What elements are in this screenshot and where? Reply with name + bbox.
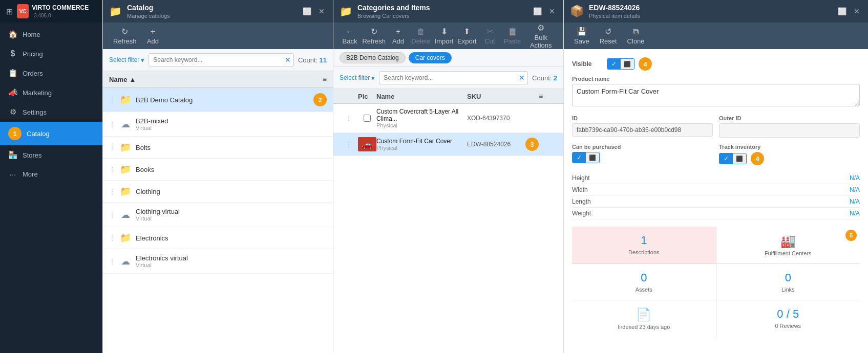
categories-import-button[interactable]: ⬇ Import (434, 25, 455, 47)
list-item[interactable]: ⋮ 📁 Clothing (103, 181, 333, 203)
assets-widget[interactable]: 0 Assets (572, 264, 716, 300)
track-inventory-toggle[interactable]: ✓ ⬛ (719, 153, 747, 164)
catalog-refresh-button[interactable]: ↻ Refresh (109, 25, 141, 47)
catalog-maximize-button[interactable]: ⬜ (301, 6, 313, 16)
catalog-add-button[interactable]: + Add (143, 25, 163, 47)
visible-toggle[interactable]: ✓ ⬛ (607, 58, 634, 70)
catalog-col-header: Name ▲ ≡ (103, 71, 333, 88)
categories-delete-button[interactable]: 🗑 Delete (411, 25, 432, 47)
item-sku: EDW-88524026 (467, 141, 511, 148)
catalog-panel-titlebar: 📁 Catalog Manage catalogs ⬜ ✕ (103, 0, 333, 23)
row-checkbox[interactable] (358, 115, 376, 122)
categories-cut-button[interactable]: ✂ Cut (480, 25, 500, 47)
add-icon: + (151, 27, 155, 36)
categories-add-button[interactable]: + Add (388, 25, 409, 47)
list-item[interactable]: ⋮ 📁 Electronics (103, 227, 333, 249)
catalog-close-button[interactable]: ✕ (316, 6, 327, 16)
toggle-slider[interactable]: ⬛ (621, 59, 634, 69)
categories-maximize-button[interactable]: ⬜ (531, 6, 544, 16)
sidebar-item-pricing[interactable]: $ Pricing (0, 44, 102, 63)
detail-save-button[interactable]: 💾 Save (570, 25, 594, 47)
sidebar-header: ⊞ VC VIRTO COMMERCE 3.406.0 (0, 0, 102, 23)
fulfillment-centers-widget[interactable]: 🏭 Fulfillment Centers 5 (716, 227, 860, 263)
categories-export-button[interactable]: ⬆ Export (456, 25, 477, 47)
add-icon: + (396, 27, 400, 36)
fulfillment-icon: 🏭 (780, 234, 796, 248)
can-be-purchased-toggle[interactable]: ✓ ⬛ (572, 152, 600, 163)
drag-handle-icon: ⋮ (109, 166, 115, 173)
cloud-icon: ☁ (119, 256, 132, 267)
product-name-input[interactable]: Custom Form-Fit Car Cover (572, 84, 860, 106)
categories-paste-button[interactable]: 📋 Paste (502, 25, 523, 47)
add-label: Add (147, 37, 159, 45)
categories-close-button[interactable]: ✕ (547, 6, 557, 16)
delete-label: Delete (411, 37, 431, 45)
length-value: N/A (850, 198, 860, 205)
dimensions-section: Height N/A Width N/A Length N/A Weight N… (572, 172, 860, 219)
drag-dots-icon: ⋮ (346, 115, 352, 122)
detail-panel-title-left: 📦 EDW-88524026 Physical item details (570, 4, 640, 19)
catalog-search-input[interactable] (149, 53, 294, 67)
row-checkbox-input[interactable] (364, 115, 371, 122)
categories-list-view-button[interactable]: ≡ (539, 92, 543, 100)
links-label: Links (781, 286, 795, 293)
row-checkbox[interactable]: 🚗 (358, 137, 376, 151)
catalog-filter-button[interactable]: Select filter ▾ (109, 56, 144, 64)
app-version: 3.406.0 (34, 13, 51, 18)
catalog-search-clear-button[interactable]: ✕ (285, 56, 291, 64)
list-item[interactable]: ⋮ ☁ B2B-mixed Virtual (103, 112, 333, 137)
can-be-purchased-label: Can be purchased (572, 144, 713, 150)
list-item[interactable]: ⋮ 📁 Bolts (103, 137, 333, 159)
categories-back-button[interactable]: ← Back (340, 25, 360, 47)
sidebar-item-orders[interactable]: 📋 Orders (0, 63, 102, 83)
categories-filter-button[interactable]: Select filter ▾ (340, 74, 375, 82)
item-sub: Virtual (136, 125, 327, 131)
sidebar-item-marketing[interactable]: 📣 Marketing (0, 83, 102, 102)
list-item[interactable]: ⋮ 📁 Books (103, 159, 333, 181)
list-item[interactable]: ⋮ ☁ Electronics virtual Virtual (103, 249, 333, 274)
categories-refresh-button[interactable]: ↻ Refresh (362, 25, 386, 47)
categories-item-list: ⋮ Custom Covercraft 5-Layer All Clima...… (333, 104, 563, 353)
breadcrumb-car-covers[interactable]: Car covers (409, 52, 452, 63)
detail-maximize-button[interactable]: ⬜ (836, 6, 849, 16)
reviews-label: 0 Reviews (775, 323, 801, 329)
list-item[interactable]: ⋮ ☁ Clothing virtual Virtual (103, 203, 333, 227)
catalog-count-value: 11 (320, 56, 327, 64)
catalog-panel: 📁 Catalog Manage catalogs ⬜ ✕ ↻ Refresh … (102, 0, 333, 353)
breadcrumb-bar: B2B Demo Catalog Car covers (333, 49, 563, 67)
list-item[interactable]: ⋮ 📁 B2B Demo Catalog 2 (103, 88, 333, 112)
sidebar-item-stores[interactable]: 🏪 Stores (0, 145, 102, 165)
cut-label: Cut (484, 37, 495, 45)
filter-chevron-icon: ▾ (371, 74, 375, 82)
categories-bulk-actions-button[interactable]: ⚙ Bulk Actions (525, 21, 557, 51)
sidebar-item-settings[interactable]: ⚙ Settings (0, 102, 102, 122)
table-row[interactable]: ⋮ 🚗 Custom Form-Fit Car Cover Physical E… (333, 133, 563, 156)
toggle-slider[interactable]: ⬛ (586, 153, 599, 163)
sort-asc-icon: ▲ (129, 76, 136, 83)
id-label: ID (572, 115, 713, 121)
catalog-list-view-button[interactable]: ≡ (323, 75, 327, 83)
width-label: Width (572, 186, 588, 193)
grid-menu-icon[interactable]: ⊞ (6, 7, 13, 16)
indexed-widget[interactable]: 📄 Indexed 23 days ago (572, 300, 716, 337)
breadcrumb-b2b[interactable]: B2B Demo Catalog (340, 52, 406, 63)
sidebar-item-home[interactable]: 🏠 Home (0, 25, 102, 44)
reviews-widget[interactable]: 0 / 5 0 Reviews (716, 300, 860, 337)
categories-search-input[interactable] (379, 71, 528, 84)
descriptions-count: 1 (641, 234, 647, 247)
drag-dots-icon: ⋮ (346, 141, 352, 148)
detail-close-button[interactable]: ✕ (852, 6, 862, 16)
sidebar-item-catalog[interactable]: 1 Catalog (0, 122, 102, 145)
table-row[interactable]: ⋮ Custom Covercraft 5-Layer All Clima...… (333, 104, 563, 133)
categories-search-clear-button[interactable]: ✕ (519, 74, 525, 82)
width-row: Width N/A (572, 184, 860, 196)
reviews-count: 0 / 5 (777, 307, 799, 321)
stores-icon: 🏪 (8, 150, 17, 160)
detail-reset-button[interactable]: ↺ Reset (596, 25, 621, 47)
sidebar-item-more[interactable]: ··· More (0, 165, 102, 184)
descriptions-widget[interactable]: 1 Descriptions (572, 227, 716, 263)
toggle-slider[interactable]: ⬛ (733, 154, 746, 164)
detail-clone-button[interactable]: ⧉ Clone (623, 25, 649, 47)
detail-titlebar: 📦 EDW-88524026 Physical item details ⬜ ✕ (564, 0, 868, 23)
links-widget[interactable]: 0 Links (716, 264, 860, 300)
